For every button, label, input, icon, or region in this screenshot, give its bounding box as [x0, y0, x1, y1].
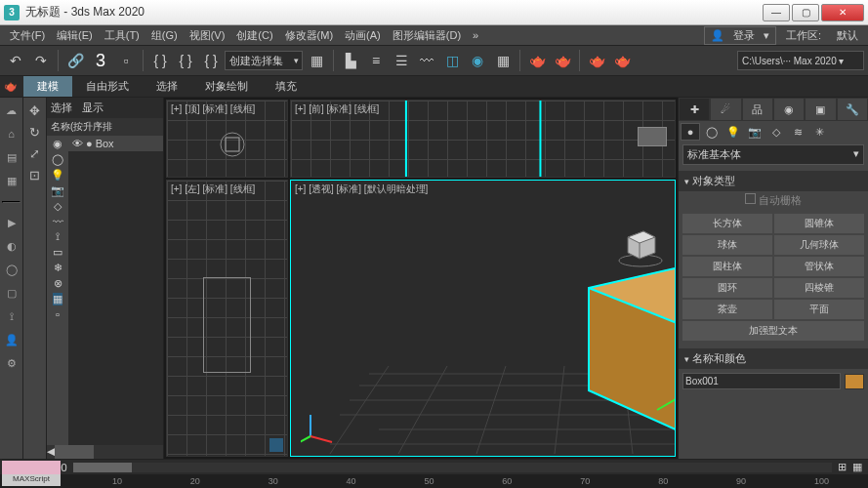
- workspace-value[interactable]: 默认: [831, 28, 864, 43]
- se-hidden[interactable]: ⊗: [54, 277, 62, 290]
- sub-geometry[interactable]: ●: [681, 123, 700, 141]
- scene-scrollbar[interactable]: ◀: [47, 445, 163, 459]
- ribbon-tab-objpaint[interactable]: 对象绘制: [191, 76, 262, 97]
- se-cam[interactable]: 📷: [51, 184, 64, 197]
- tl-c[interactable]: ▦: [852, 461, 862, 473]
- cmd-tab-motion[interactable]: ◉: [773, 98, 805, 121]
- ribbon-tab-select[interactable]: 选择: [143, 76, 191, 97]
- menu-animation[interactable]: 动画(A): [339, 28, 387, 43]
- subobj-button[interactable]: ▫: [114, 49, 138, 72]
- viewport-top[interactable]: [+] [顶] [标准] [线框]: [166, 100, 288, 178]
- cmd-tab-hierarchy[interactable]: 品: [742, 98, 773, 121]
- tb-a[interactable]: ▦: [305, 49, 328, 72]
- maximize-button[interactable]: ▢: [792, 4, 819, 21]
- menu-tools[interactable]: 工具(T): [99, 28, 145, 43]
- ribbon-tab-fill[interactable]: 填充: [262, 76, 310, 97]
- schematic[interactable]: ◫: [440, 49, 464, 72]
- circle-icon[interactable]: ◯: [3, 261, 21, 278]
- btn-plane[interactable]: 平面: [774, 300, 864, 319]
- rollout-object-type[interactable]: 对象类型: [679, 171, 868, 191]
- selection-set-dropdown[interactable]: 创建选择集: [225, 51, 303, 70]
- redo-button[interactable]: ↷: [29, 49, 53, 72]
- move-icon[interactable]: ✥: [26, 102, 44, 119]
- btn-pyramid[interactable]: 四棱锥: [774, 278, 864, 298]
- char-icon[interactable]: 👤: [3, 331, 21, 348]
- cmd-tab-display[interactable]: ▣: [805, 98, 836, 121]
- close-button[interactable]: ✕: [821, 4, 864, 21]
- layers-button[interactable]: ☰: [390, 49, 413, 72]
- scene-tab-display[interactable]: 显示: [82, 101, 103, 115]
- home-icon[interactable]: ⌂: [3, 125, 21, 142]
- curve-ed[interactable]: 〰: [415, 49, 438, 72]
- menu-group[interactable]: 组(G): [145, 28, 184, 43]
- ribbon-tab-modeling[interactable]: 建模: [23, 76, 72, 97]
- viewport-left[interactable]: [+] [左] [标准] [线框]: [166, 180, 288, 457]
- se-none[interactable]: ▫: [56, 308, 60, 320]
- scene-tab-select[interactable]: 选择: [51, 101, 72, 115]
- se-cont[interactable]: ▭: [53, 246, 62, 259]
- cloud-icon[interactable]: ☁: [3, 102, 21, 119]
- sub-systems[interactable]: ✳: [809, 123, 829, 141]
- tb-grid[interactable]: ▦: [491, 49, 515, 72]
- btn-textplus[interactable]: 加强型文本: [682, 321, 864, 341]
- btn-torus[interactable]: 圆环: [682, 278, 772, 298]
- grid-icon[interactable]: ▦: [3, 172, 21, 189]
- btn-geosphere[interactable]: 几何球体: [774, 235, 864, 255]
- minimize-button[interactable]: —: [763, 4, 790, 21]
- btn-box[interactable]: 长方体: [682, 214, 772, 233]
- mat-ed[interactable]: ◉: [466, 49, 489, 72]
- cone-icon[interactable]: ▶: [3, 214, 21, 231]
- btn-tube[interactable]: 管状体: [774, 257, 864, 276]
- project-path[interactable]: C:\Users\··· Max 2020 ▾: [737, 51, 864, 70]
- render-iter[interactable]: 🫖: [610, 49, 634, 72]
- scene-name-header[interactable]: 名称(按升序排: [47, 118, 163, 136]
- menu-more[interactable]: »: [467, 29, 484, 41]
- object-name-input[interactable]: [682, 373, 841, 389]
- square-icon[interactable]: ▢: [3, 284, 21, 302]
- tl-b[interactable]: ⊞: [838, 461, 847, 473]
- bone-icon[interactable]: ⟟: [3, 307, 21, 325]
- scale-icon[interactable]: ⤢: [26, 144, 44, 162]
- viewport-front[interactable]: [+] [前] [标准] [线框]: [290, 100, 676, 178]
- mirror-button[interactable]: ▙: [339, 49, 362, 72]
- undo-button[interactable]: ↶: [4, 49, 27, 72]
- menu-graph[interactable]: 图形编辑器(D): [387, 28, 467, 43]
- sub-shapes[interactable]: ◯: [702, 123, 722, 141]
- filter-all[interactable]: { }: [148, 49, 172, 72]
- teapot-icon[interactable]: 🫖: [4, 80, 18, 93]
- btn-cone[interactable]: 圆锥体: [774, 214, 864, 233]
- se-bone[interactable]: ⟟: [56, 230, 60, 243]
- viewport-left-label[interactable]: [+] [左] [标准] [线框]: [171, 183, 255, 196]
- sub-cameras[interactable]: 📷: [745, 123, 765, 141]
- filter-b[interactable]: { }: [199, 49, 223, 72]
- cmd-tab-modify[interactable]: ☄: [710, 98, 741, 121]
- btn-sphere[interactable]: 球体: [682, 235, 772, 255]
- light-icon[interactable]: ◐: [3, 237, 21, 255]
- viewport-top-label[interactable]: [+] [顶] [标准] [线框]: [171, 102, 255, 116]
- viewport-perspective[interactable]: [+] [透视] [标准] [默认明暗处理]: [290, 180, 676, 457]
- se-space[interactable]: 〰: [53, 216, 63, 227]
- prop-icon[interactable]: ⚙: [3, 354, 21, 372]
- menu-edit[interactable]: 编辑(E): [51, 28, 99, 43]
- menu-view[interactable]: 视图(V): [184, 28, 231, 43]
- sub-helpers[interactable]: ◇: [766, 123, 786, 141]
- se-shape[interactable]: ◯: [52, 153, 63, 166]
- render-setup[interactable]: 🫖: [525, 49, 549, 72]
- render-frame[interactable]: 🫖: [551, 49, 574, 72]
- viewcube[interactable]: [616, 220, 665, 268]
- se-all[interactable]: ▦: [53, 293, 62, 305]
- snap-icon[interactable]: ⊡: [26, 166, 44, 183]
- rollout-name-color[interactable]: 名称和颜色: [679, 348, 868, 369]
- menu-modifiers[interactable]: 修改器(M): [279, 28, 340, 43]
- time-ruler[interactable]: 01020 304050 607080 90100: [0, 474, 868, 488]
- sub-space[interactable]: ≋: [788, 123, 807, 141]
- btn-teapot[interactable]: 茶壶: [682, 300, 772, 319]
- rotate-icon[interactable]: ↻: [26, 123, 44, 141]
- align-button[interactable]: ≡: [364, 49, 388, 72]
- vp-left-max[interactable]: [269, 438, 283, 452]
- link-button[interactable]: 🔗: [63, 49, 87, 72]
- scene-item-box[interactable]: 👁 ● Box: [68, 136, 163, 151]
- object-color-swatch[interactable]: [845, 374, 864, 389]
- se-helper[interactable]: ◇: [54, 200, 62, 213]
- maxscript-listener[interactable]: MAXScript: [2, 461, 61, 486]
